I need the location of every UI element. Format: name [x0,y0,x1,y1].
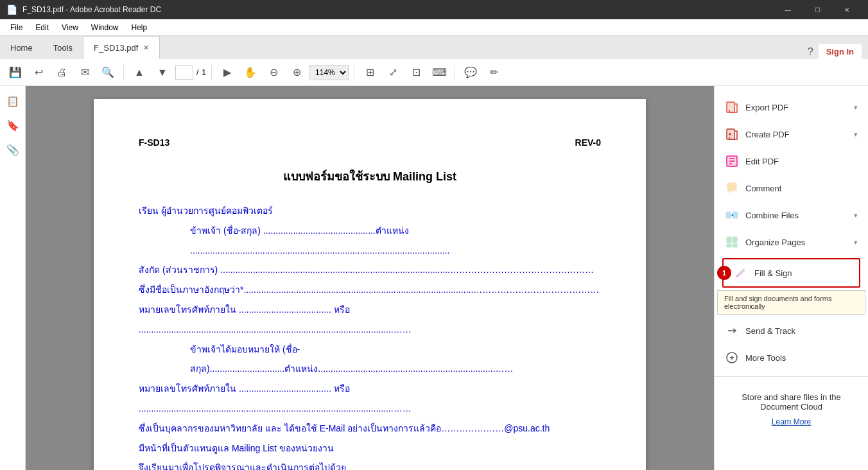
line-7: หมายเลขโทรศัพท์ภายใน ...................… [139,379,601,419]
create-pdf-chevron: ▾ [854,130,858,139]
combine-files-icon [725,208,739,222]
undo-button[interactable]: ↩ [28,62,49,83]
tab-document[interactable]: F_SD13.pdf ✕ [83,36,160,59]
help-button[interactable]: ? [808,46,813,58]
separator-4 [455,65,455,80]
export-pdf-label: Export PDF [745,103,788,112]
menu-help[interactable]: Help [126,22,153,33]
search-button[interactable]: 🔍 [98,62,118,83]
window-controls: — ☐ ✕ [773,0,862,19]
doc-header: F-SD13 REV-0 [139,137,601,148]
fill-sign-badge: 1 [717,266,731,280]
page-number-input[interactable]: 1 [175,65,193,80]
line-3: สังกัด (ส่วนราชการ) ....................… [139,260,601,280]
comment-toolbar-button[interactable]: 💬 [460,62,481,83]
tab-bar: Home Tools F_SD13.pdf ✕ ? Sign In [0,36,868,59]
menu-file[interactable]: File [5,22,28,33]
fill-sign-container: 1 Fill & Sign [720,258,863,288]
export-pdf-chevron: ▾ [854,103,858,112]
menu-edit[interactable]: Edit [30,22,54,33]
minimize-button[interactable]: — [773,0,803,19]
right-panel: Export PDF ▾ Create PDF ▾ [714,86,868,470]
app-icon: 📄 [6,4,17,15]
combine-files-item[interactable]: Combine Files ▾ [715,202,868,229]
combine-files-label: Combine Files [745,211,799,220]
send-track-label: Send & Track [745,326,795,336]
pages-panel-button[interactable]: 📋 [3,91,22,110]
pdf-page: F-SD13 REV-0 แบบฟอร์มขอใช้ระบบ Mailing L… [94,99,646,470]
close-button[interactable]: ✕ [832,0,862,19]
select-tool-button[interactable]: ▶ [217,62,238,83]
total-pages: 1 [202,68,206,77]
pdf-viewer[interactable]: F-SD13 REV-0 แบบฟอร์มขอใช้ระบบ Mailing L… [26,86,714,470]
comment-label: Comment [745,184,781,193]
menu-window[interactable]: Window [86,22,124,33]
fit-width-button[interactable]: ⤢ [383,62,403,83]
send-track-item[interactable]: Send & Track [715,317,868,344]
more-tools-item[interactable]: More Tools [715,344,868,371]
svg-rect-7 [733,212,738,218]
zoom-dropdown[interactable]: 114% 50% 75% 100% 125% 150% 200% [309,65,349,80]
zoom-out-button[interactable]: ⊖ [263,62,284,83]
print-button[interactable]: 🖨 [51,62,72,83]
tab-close-icon[interactable]: ✕ [143,44,149,52]
combine-files-chevron: ▾ [854,211,858,220]
svg-rect-0 [727,102,734,112]
line-8: ซึ่งเป็นบุคลากรของมหาวิทยาลัย และ ได้ขอใ… [139,419,601,439]
more-tools-label: More Tools [745,353,786,363]
export-pdf-item[interactable]: Export PDF ▾ [715,94,868,121]
organize-pages-item[interactable]: Organize Pages ▾ [715,229,868,256]
email-button[interactable]: ✉ [74,62,95,83]
hand-tool-button[interactable]: ✋ [240,62,261,83]
menu-bar: File Edit View Window Help [0,19,868,36]
attachments-panel-button[interactable]: 📎 [3,140,22,159]
learn-more-link[interactable]: Learn More [772,417,811,426]
menu-view[interactable]: View [56,22,83,33]
document-cloud-section: Store and share files in the Document Cl… [715,382,868,437]
main-area: 📋 🔖 📎 F-SD13 REV-0 แบบฟอร์มขอใช้ระบบ Mai… [0,86,868,470]
edit-pdf-label: Edit PDF [745,157,779,166]
svg-rect-8 [727,237,731,243]
window-title: F_SD13.pdf - Adobe Acrobat Reader DC [22,5,161,14]
line-4: ซึ่งมีชื่อเป็นภาษาอังกฤษว่า*............… [139,280,601,300]
organize-pages-icon [725,235,739,249]
organize-pages-chevron: ▾ [854,238,858,247]
maximize-button[interactable]: ☐ [803,0,832,19]
toolbar: 💾 ↩ 🖨 ✉ 🔍 ▲ ▼ 1 / 1 ▶ ✋ ⊖ ⊕ 114% 50% 75%… [0,59,868,86]
left-panel: 📋 🔖 📎 [0,86,26,470]
fill-sign-icon [734,266,748,280]
organize-pages-label: Organize Pages [745,238,805,247]
sign-toolbar-button[interactable]: ✏ [483,62,504,83]
sign-in-button[interactable]: Sign In [819,44,862,59]
line-10: จึงเรียนมาเพื่อโปรดพิจารณาและดำเนินการต่… [139,458,601,470]
fit-page-button[interactable]: ⊞ [360,62,380,83]
next-page-button[interactable]: ▼ [152,62,173,83]
edit-pdf-item[interactable]: Edit PDF [715,148,868,175]
comment-item[interactable]: Comment [715,175,868,202]
fill-sign-tooltip: Fill and sign documents and forms electr… [717,290,865,315]
separator-1 [123,65,124,80]
create-pdf-icon [725,127,739,141]
panel-divider [715,376,868,377]
create-pdf-label: Create PDF [745,130,790,139]
save-button[interactable]: 💾 [5,62,26,83]
doc-id: F-SD13 [139,137,169,148]
doc-content: เรียน ผู้อำนวยการศูนย์คอมพิวเตอร์ ข้าพเจ… [139,201,601,470]
edit-pdf-icon [725,154,739,168]
read-mode-button[interactable]: ⌨ [429,62,449,83]
bookmarks-panel-button[interactable]: 🔖 [3,116,22,135]
actual-size-button[interactable]: ⊡ [406,62,426,83]
export-pdf-icon [725,100,739,114]
comment-icon [725,181,739,195]
fill-sign-item[interactable]: 1 Fill & Sign [722,258,860,288]
more-tools-icon [725,351,739,365]
zoom-in-button[interactable]: ⊕ [286,62,307,83]
create-pdf-item[interactable]: Create PDF ▾ [715,121,868,148]
prev-page-button[interactable]: ▲ [129,62,150,83]
send-track-icon [725,324,739,338]
fill-sign-label: Fill & Sign [754,268,792,278]
tab-tools[interactable]: Tools [43,36,83,59]
doc-revision: REV-0 [575,137,601,148]
tab-home[interactable]: Home [0,36,43,59]
line-6: ข้าพเจ้าได้มอบหมายให้ (ชื่อ-สกุล).......… [139,340,601,379]
